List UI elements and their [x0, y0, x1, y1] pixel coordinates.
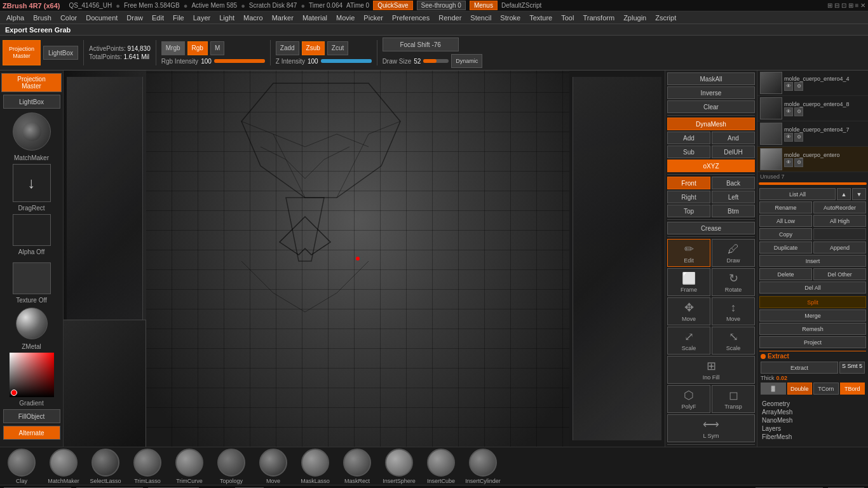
select-lasso-tool[interactable]: SelectLasso: [86, 449, 125, 484]
dynamic-btn[interactable]: Dynamic: [451, 54, 482, 68]
edit-mode-btn[interactable]: ✏ Edit: [667, 239, 710, 267]
menu-color[interactable]: Color: [57, 12, 81, 24]
list-all-btn[interactable]: List All: [759, 188, 836, 200]
double-btn[interactable]: Double: [787, 383, 813, 395]
fill-object-btn[interactable]: FillObject: [3, 409, 60, 423]
clear-btn[interactable]: Clear: [667, 100, 755, 113]
menu-transform[interactable]: Transform: [579, 12, 618, 24]
menu-stencil[interactable]: Stencil: [466, 12, 495, 24]
append-btn[interactable]: Append: [813, 241, 866, 254]
zcut-btn[interactable]: Zcut: [327, 41, 348, 55]
oxyz-btn[interactable]: oXYZ: [667, 159, 755, 172]
projection-master-left-btn[interactable]: ProjectionMaster: [1, 73, 62, 92]
inverse-btn[interactable]: Inverse: [667, 86, 755, 99]
smt-slider[interactable]: ▓: [761, 383, 786, 395]
insert-sphere-tool[interactable]: InsertSphere: [380, 449, 418, 484]
insert-cylinder-tool[interactable]: InsertCylinder: [464, 449, 502, 484]
insert-cube-tool[interactable]: InsertCube: [422, 449, 460, 484]
split-btn[interactable]: Split: [759, 296, 866, 308]
move-btn[interactable]: ✥ Move: [667, 297, 710, 325]
menu-texture[interactable]: Texture: [526, 12, 556, 24]
del-other-btn[interactable]: Del Other: [813, 268, 866, 280]
del-all-btn[interactable]: Del All: [759, 281, 866, 294]
and-btn[interactable]: And: [712, 132, 755, 144]
polyf-btn[interactable]: ⬡ PolyF: [667, 385, 710, 413]
clay-tool[interactable]: Clay: [3, 449, 41, 484]
duplicate-btn[interactable]: Duplicate: [759, 241, 812, 254]
rename-btn[interactable]: Rename: [759, 201, 812, 214]
move-tool[interactable]: Move: [254, 449, 292, 484]
remesh-btn[interactable]: Remesh: [759, 323, 866, 335]
mask-rect-tool[interactable]: MaskRect: [338, 449, 376, 484]
mask-lasso-tool[interactable]: MaskLasso: [296, 449, 334, 484]
menu-draw[interactable]: Draw: [123, 12, 147, 24]
menu-brush[interactable]: Brush: [29, 12, 55, 24]
color-picker[interactable]: [10, 353, 54, 397]
menus-button[interactable]: Menus: [470, 1, 498, 10]
menu-file[interactable]: File: [169, 12, 188, 24]
see-through-button[interactable]: See-through 0: [417, 1, 466, 10]
subtool-settings-1[interactable]: ⚙: [794, 82, 803, 91]
menu-edit[interactable]: Edit: [148, 12, 168, 24]
subtool-item-4[interactable]: molde_cuerpo_entero 👁 ⚙: [757, 147, 868, 172]
m-btn[interactable]: M: [210, 41, 224, 55]
viewport-center-model[interactable]: [146, 71, 569, 447]
mask-all-btn[interactable]: MaskAll: [667, 72, 755, 85]
canvas-area[interactable]: [64, 71, 665, 447]
matchmaker-tool[interactable]: MatchMaker: [44, 449, 83, 484]
subtool-up-btn[interactable]: ▲: [837, 188, 851, 200]
zsub-btn[interactable]: Zsub: [302, 41, 325, 55]
menu-render[interactable]: Render: [435, 12, 465, 24]
menu-preferences[interactable]: Preferences: [388, 12, 433, 24]
draw-mode-btn[interactable]: 🖊 Draw: [712, 239, 755, 267]
mrgb-btn[interactable]: Mrgb: [161, 41, 185, 55]
delete-btn[interactable]: Delete: [759, 268, 812, 280]
menu-document[interactable]: Document: [82, 12, 121, 24]
copy-btn[interactable]: Copy: [759, 228, 812, 240]
fiber-mesh-item[interactable]: FiberMesh: [759, 433, 866, 441]
lightbox-btn[interactable]: LightBox: [43, 46, 78, 60]
subtool-item-1[interactable]: molde_cuerpo_entero4_4 👁 ⚙: [757, 71, 868, 96]
dyna-mesh-btn[interactable]: DynaMesh: [667, 118, 755, 130]
subtool-eye-3[interactable]: 👁: [784, 133, 793, 142]
right-btn[interactable]: Right: [667, 191, 710, 203]
viewport-3d[interactable]: [64, 71, 665, 447]
menu-alpha[interactable]: Alpha: [3, 12, 28, 24]
crease-btn[interactable]: Crease: [667, 222, 755, 234]
left-btn[interactable]: Left: [712, 191, 755, 203]
subtool-eye-4[interactable]: 👁: [784, 158, 793, 167]
subtool-settings-3[interactable]: ⚙: [794, 133, 803, 142]
subtool-settings-2[interactable]: ⚙: [794, 107, 803, 116]
menu-tool[interactable]: Tool: [557, 12, 578, 24]
subtool-item-3[interactable]: molde_cuerpo_entero4_7 👁 ⚙: [757, 121, 868, 147]
quicksave-button[interactable]: QuickSave: [373, 1, 412, 10]
menu-zplugin[interactable]: Zplugin: [620, 12, 650, 24]
tbord-btn[interactable]: TBord: [840, 383, 865, 395]
menu-material[interactable]: Material: [299, 12, 331, 24]
focal-shift-btn[interactable]: Focal Shift -76: [383, 37, 459, 51]
layers-item[interactable]: Layers: [759, 424, 866, 433]
subtool-eye-2[interactable]: 👁: [784, 107, 793, 116]
menu-marker[interactable]: Marker: [268, 12, 297, 24]
menu-light[interactable]: Light: [215, 12, 238, 24]
frame-btn[interactable]: ⬜ Frame: [667, 268, 710, 296]
subtool-settings-4[interactable]: ⚙: [794, 158, 803, 167]
trim-lasso-tool[interactable]: TrimLasso: [128, 449, 166, 484]
insert-btn[interactable]: Insert: [759, 255, 866, 267]
array-mesh-item[interactable]: ArrayMesh: [759, 408, 866, 416]
auto-reorder-btn[interactable]: AutoReorder: [813, 201, 866, 214]
menu-zscript[interactable]: Zscript: [651, 12, 680, 24]
del-uh-btn[interactable]: DelUH: [712, 146, 755, 158]
sub-btn[interactable]: Sub: [667, 146, 710, 158]
btm-btn[interactable]: Btm: [712, 205, 755, 217]
trim-curve-tool[interactable]: TrimCurve: [170, 449, 208, 484]
transp-btn[interactable]: ◻ Transp: [712, 385, 755, 413]
rotate-btn[interactable]: ↻ Rotate: [712, 268, 755, 296]
menu-macro[interactable]: Macro: [240, 12, 267, 24]
scale2-btn[interactable]: ⤡ Scale: [712, 327, 755, 355]
add-btn[interactable]: Add: [667, 132, 710, 144]
subtool-down-btn[interactable]: ▼: [852, 188, 866, 200]
tcorn-btn[interactable]: TCorn: [813, 383, 839, 395]
zadd-btn[interactable]: Zadd: [276, 41, 299, 55]
menu-layer[interactable]: Layer: [189, 12, 215, 24]
